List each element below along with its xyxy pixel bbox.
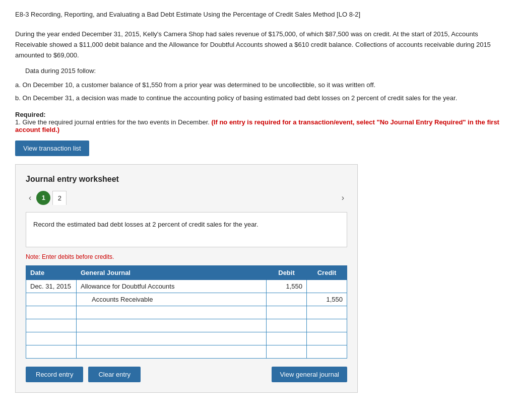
instruction-text: Record the estimated bad debt losses at … (33, 221, 259, 228)
prev-tab-button[interactable]: ‹ (26, 191, 34, 204)
table-row (26, 345, 347, 358)
cell-date[interactable] (26, 332, 77, 345)
tabs-row: ‹ 1 2 › (26, 191, 347, 205)
cell-debit[interactable] (267, 293, 307, 306)
cell-account[interactable] (77, 332, 267, 345)
cell-date[interactable] (26, 293, 77, 306)
cell-credit[interactable] (307, 306, 347, 319)
buttons-row: Record entry Clear entry View general jo… (26, 367, 347, 382)
table-row (26, 332, 347, 345)
page-title: E8-3 Recording, Reporting, and Evaluatin… (15, 10, 501, 19)
view-transaction-button[interactable]: View transaction list (15, 141, 89, 156)
list-item-b: b. On December 31, a decision was made t… (15, 93, 501, 104)
view-general-journal-button[interactable]: View general journal (272, 367, 347, 382)
cell-credit[interactable] (307, 279, 347, 293)
cell-account[interactable] (77, 319, 267, 332)
col-general-journal: General Journal (77, 265, 267, 279)
cell-date[interactable]: Dec. 31, 2015 (26, 279, 77, 293)
cell-credit[interactable] (307, 332, 347, 345)
col-date: Date (26, 265, 77, 279)
cell-date[interactable] (26, 319, 77, 332)
cell-debit[interactable] (267, 306, 307, 319)
cell-date[interactable] (26, 306, 77, 319)
cell-account[interactable]: Allowance for Doubtful Accounts (77, 279, 267, 293)
cell-debit[interactable] (267, 319, 307, 332)
record-entry-button[interactable]: Record entry (26, 367, 83, 382)
cell-account[interactable] (77, 306, 267, 319)
required-section: Required: 1. Give the required journal e… (15, 111, 501, 133)
worksheet-title: Journal entry worksheet (26, 175, 347, 184)
cell-date[interactable] (26, 345, 77, 358)
data-label: Data during 2015 follow: (25, 67, 501, 75)
cell-account[interactable] (77, 345, 267, 358)
col-debit: Debit (267, 265, 307, 279)
journal-table: Date General Journal Debit Credit Dec. 3… (26, 265, 347, 359)
col-credit: Credit (307, 265, 347, 279)
cell-credit[interactable]: 1,550 (307, 293, 347, 306)
intro-paragraph: During the year ended December 31, 2015,… (15, 29, 501, 60)
table-row (26, 319, 347, 332)
table-row: Dec. 31, 2015Allowance for Doubtful Acco… (26, 279, 347, 293)
cell-debit[interactable]: 1,550 (267, 279, 307, 293)
required-item: 1. Give the required journal entries for… (15, 118, 210, 126)
cell-account[interactable]: Accounts Receivable (77, 293, 267, 306)
cell-debit[interactable] (267, 345, 307, 358)
worksheet-container: Journal entry worksheet ‹ 1 2 › Record t… (15, 164, 358, 393)
cell-debit[interactable] (267, 332, 307, 345)
items-list: a. On December 10, a customer balance of… (15, 80, 501, 104)
list-item-a: a. On December 10, a customer balance of… (15, 80, 501, 91)
required-label: Required: (15, 111, 46, 118)
instruction-box: Record the estimated bad debt losses at … (26, 212, 347, 247)
clear-entry-button[interactable]: Clear entry (88, 367, 141, 382)
note-text: Note: Enter debits before credits. (26, 253, 347, 260)
cell-credit[interactable] (307, 345, 347, 358)
table-row (26, 306, 347, 319)
table-row: Accounts Receivable1,550 (26, 293, 347, 306)
next-tab-button[interactable]: › (339, 191, 347, 204)
cell-credit[interactable] (307, 319, 347, 332)
tab-2-button[interactable]: 2 (52, 191, 67, 205)
tab-1-button[interactable]: 1 (36, 191, 50, 205)
